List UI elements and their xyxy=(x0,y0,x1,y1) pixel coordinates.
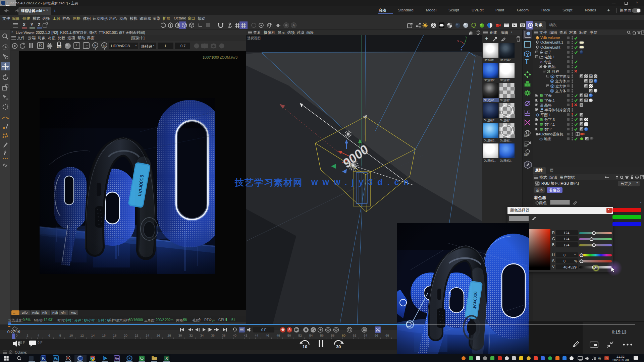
svg-text:F: F xyxy=(94,44,96,47)
svg-text:X: X xyxy=(457,40,459,43)
svg-text:10: 10 xyxy=(303,344,307,349)
svg-text:30: 30 xyxy=(336,344,341,349)
svg-text:S1: S1 xyxy=(525,154,527,156)
svg-text:Y: Y xyxy=(465,36,467,39)
svg-text:A: A xyxy=(292,23,295,27)
svg-text:Z: Z xyxy=(461,49,463,52)
svg-text:K921: K921 xyxy=(57,46,62,48)
svg-text:M: M xyxy=(103,44,106,47)
svg-text:S1: S1 xyxy=(525,144,527,146)
svg-text:S1: S1 xyxy=(525,135,527,137)
